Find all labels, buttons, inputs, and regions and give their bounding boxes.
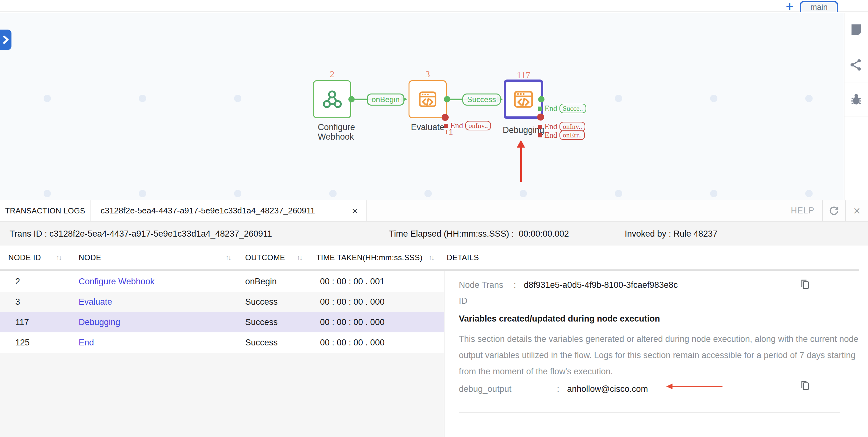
sort-icon[interactable]: ↑↓ [225,254,230,262]
sort-icon[interactable]: ↑↓ [429,254,434,262]
top-tab-bar: + main [0,0,868,12]
sidebar-divider [844,116,868,116]
table-row[interactable]: 125 End Success 00 : 00 : 00 . 000 [0,332,444,353]
debugging-success-flag[interactable]: End Succe.. [538,104,586,113]
code-window-icon [417,89,438,110]
copy-icon [799,379,811,392]
table-row[interactable]: 2 Configure Webhook onBegin 00 : 00 : 00… [0,271,444,292]
pointer-arrow-icon [672,386,722,387]
edge-label-onbegin[interactable]: onBegin [367,94,404,106]
end-label: End [545,104,557,113]
node-configure-webhook[interactable]: 2 Configure Webhook [313,80,351,118]
tab-transaction-id[interactable]: c3128f2e-5ea4-4437-a917-5e9e1c33d1a4_482… [91,200,367,221]
node-details-panel: Node Trans ID : d8f931e5-a0d5-4f9b-8100-… [444,271,868,437]
right-toolbar [844,13,868,200]
output-port-green[interactable] [348,96,355,102]
copy-button[interactable] [799,379,811,392]
column-header-details: DETAILS [447,253,479,262]
transaction-info-bar: Trans ID : c3128f2e-5ea4-4437-a917-5e9e1… [0,222,868,245]
debug-output-row: debug_output : anhollow@cisco.com [459,381,648,397]
success-pill[interactable]: Succe.. [559,104,586,113]
refresh-icon [829,205,839,216]
pointer-arrow-line [520,146,522,182]
tab-transaction-logs[interactable]: TRANSACTION LOGS [0,200,91,221]
edge-label-success[interactable]: Success [462,94,501,106]
outcome-cell: Success [245,317,278,327]
help-button[interactable]: HELP [783,200,822,221]
retry-count-label: +1 [444,128,453,136]
flow-canvas[interactable]: 2 Configure Webhook onBegin 3 Evaluate [0,13,844,200]
table-row[interactable]: 117 Debugging Success 00 : 00 : 00 . 000 [0,312,444,332]
node-trans-id-row: Node Trans ID : d8f931e5-a0d5-4f9b-8100-… [459,277,828,309]
column-header-node-id: NODE ID [8,253,41,262]
copy-button[interactable] [799,278,811,290]
node-trans-id-value: d8f931e5-a0d5-4f9b-8100-3fcaef983e8c [524,277,828,309]
sort-icon[interactable]: ↑↓ [56,254,61,262]
output-port-green[interactable] [444,96,450,102]
error-port-red[interactable] [537,113,544,121]
output-port-green[interactable] [538,96,545,102]
time-taken-cell: 00 : 00 : 00 . 001 [320,277,385,287]
end-marker-icon [538,133,542,137]
expand-panel-button[interactable] [0,30,11,50]
onerror-pill[interactable]: onErr.. [559,130,585,140]
logs-body: 2 Configure Webhook onBegin 00 : 00 : 00… [0,271,868,437]
add-tab-button[interactable]: + [786,0,793,14]
node-id-cell: 117 [15,317,29,327]
logs-table-header: NODE ID ↑↓ NODE ↑↓ OUTCOME ↑↓ TIME TAKEN… [0,245,868,269]
error-port-red[interactable] [442,114,448,121]
outcome-cell: Success [245,338,278,348]
end-marker-icon [444,124,448,128]
node-link[interactable]: End [79,338,94,348]
debugging-oninvalid-flag[interactable]: End onInv.. [538,122,585,131]
oninvalid-pill[interactable]: onInv.. [559,122,585,131]
outcome-cell: Success [245,297,278,307]
chevron-right-icon [2,36,9,44]
logs-controls: HELP × [783,200,868,221]
tab-main[interactable]: main [800,1,838,12]
node-label: Evaluate [411,123,444,132]
flow-designer-app: + main 2 Configure Webhook onBegin 3 [0,0,868,437]
colon: : [557,381,567,397]
node-id-cell: 125 [15,338,30,348]
note-icon[interactable] [849,23,863,37]
node-link[interactable]: Configure Webhook [79,277,154,287]
debug-output-value: anhollow@cisco.com [567,381,648,397]
table-row[interactable]: 3 Evaluate Success 00 : 00 : 00 . 000 [0,292,444,312]
oninvalid-pill[interactable]: onInv.. [465,121,491,130]
time-taken-cell: 00 : 00 : 00 . 000 [320,317,385,327]
end-marker-icon [538,106,542,111]
webhook-icon [321,89,343,110]
variables-description: This section details the variables gener… [459,331,859,380]
refresh-button[interactable] [822,200,845,221]
colon: : [514,277,524,309]
node-link[interactable]: Debugging [79,317,120,327]
column-header-node: NODE [79,253,101,262]
column-header-outcome: OUTCOME [245,253,285,262]
node-id-label: 2 [314,69,350,79]
node-id-label: 3 [409,69,446,79]
column-header-time-taken: TIME TAKEN(HH:mm:ss.SSS) [316,253,423,262]
node-label: Configure Webhook [318,123,369,141]
close-panel-button[interactable]: × [845,200,868,221]
node-id-label: 117 [506,70,541,80]
node-trans-id-label: Node Trans ID [459,277,514,309]
node-evaluate[interactable]: 3 Evaluate [408,80,447,118]
debugging-onerror-flag[interactable]: End onErr.. [538,130,585,140]
time-taken-cell: 00 : 00 : 00 . 000 [320,338,385,348]
close-icon: × [854,205,860,217]
share-icon[interactable] [849,58,863,72]
end-marker-icon [538,125,542,129]
invoked-by-text: Invoked by : Rule 48237 [625,229,717,239]
end-label: End [545,131,557,140]
node-id-cell: 2 [15,277,20,287]
node-debugging[interactable]: 117 Debugging [504,79,543,119]
sort-icon[interactable]: ↑↓ [297,254,302,262]
variables-heading: Variables created/updated during node ex… [459,314,660,324]
debug-icon[interactable] [849,92,863,106]
node-link[interactable]: Evaluate [79,297,112,307]
sidebar-divider [844,82,868,82]
time-elapsed-text: Time Elapsed (HH:mm:ss.SSS) : 00:00:00.0… [389,229,569,239]
transaction-tab-label: c3128f2e-5ea4-4437-a917-5e9e1c33d1a4_482… [101,206,315,215]
close-tab-icon[interactable]: × [352,206,358,216]
